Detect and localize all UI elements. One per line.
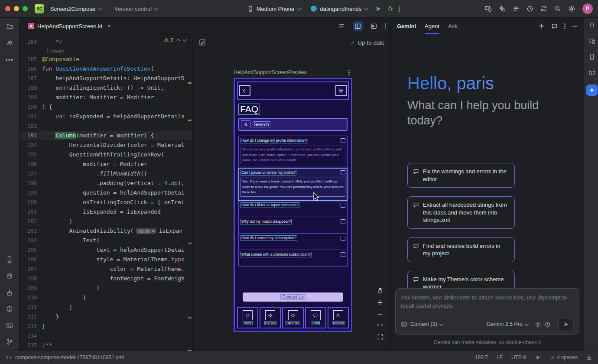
scrollbar-warning-mark[interactable] xyxy=(188,120,192,121)
suggestion-card[interactable]: Make my Theme's color scheme warmer xyxy=(407,271,515,288)
debug-button[interactable] xyxy=(387,6,393,12)
line-number[interactable]: 201 xyxy=(20,207,42,217)
line-number[interactable]: 186 xyxy=(20,64,42,74)
design-view-button[interactable] xyxy=(369,21,379,31)
close-window-button[interactable] xyxy=(5,6,10,11)
more-run-options-button[interactable] xyxy=(399,6,400,12)
warnings-badge[interactable]: ⚠ 2 xyxy=(164,37,173,43)
code-line[interactable]: 215/** xyxy=(20,341,192,350)
next-issue-button[interactable] xyxy=(183,38,187,42)
problems-toolwindow-button[interactable] xyxy=(6,306,13,312)
code-line[interactable]: 190) { xyxy=(20,102,192,112)
code-line[interactable]: 202 ) xyxy=(20,217,192,226)
context-selector[interactable]: Context (2) xyxy=(410,321,443,327)
model-selector[interactable]: Gemini 2.5 Pro xyxy=(487,321,528,327)
device-mirroring-icon[interactable] xyxy=(484,5,492,12)
line-number[interactable]: 207 xyxy=(20,264,42,274)
editor-options-button[interactable] xyxy=(385,23,386,29)
line-number[interactable]: 188 xyxy=(20,83,42,93)
pan-hand-icon[interactable] xyxy=(377,287,384,294)
line-number[interactable]: 190 xyxy=(20,102,42,112)
close-tab-icon[interactable]: × xyxy=(107,23,110,29)
line-number[interactable]: 206 xyxy=(20,255,42,264)
tab-agent[interactable]: Agent xyxy=(425,18,439,34)
code-line[interactable]: 213} xyxy=(20,322,192,331)
line-number[interactable]: 212 xyxy=(20,312,42,322)
code-line[interactable]: 186fun QuestionAndAnswerInfoSection( xyxy=(20,64,192,74)
caret-position-widget[interactable]: 193:7 xyxy=(475,354,488,361)
split-view-button[interactable] xyxy=(353,21,363,31)
code-line[interactable]: 211 } xyxy=(20,302,192,312)
code-line[interactable]: 208 fontWeight = FontWeigh xyxy=(20,274,192,283)
code-line[interactable]: 185@Composable xyxy=(20,55,192,64)
code-line[interactable]: 196 modifier = Modifier xyxy=(20,159,192,169)
more-toolwindows-button[interactable]: ••• xyxy=(6,56,14,63)
previous-issue-button[interactable] xyxy=(176,39,181,43)
lock-icon[interactable] xyxy=(586,355,592,361)
version-control-toolwindow-button[interactable] xyxy=(6,338,13,345)
tab-ask[interactable]: Ask xyxy=(448,18,458,34)
device-explorer-toolwindow-button[interactable] xyxy=(588,38,595,45)
resource-manager-toolwindow-button[interactable] xyxy=(6,273,13,280)
vcs-selector[interactable]: Version control xyxy=(112,4,160,14)
code-line[interactable]: 194 HorizontalDivider(color = Material xyxy=(20,140,192,150)
line-number[interactable]: 194 xyxy=(20,140,42,150)
line-number[interactable]: 193 xyxy=(20,131,42,140)
code-line[interactable]: 205 text = helpAndSupportDetai xyxy=(20,245,192,255)
emulator-toolwindow-button[interactable] xyxy=(588,53,595,60)
run-button[interactable] xyxy=(375,6,382,12)
pull-requests-toolwindow-button[interactable] xyxy=(6,39,13,46)
line-number[interactable]: 213 xyxy=(20,322,42,331)
gemini-settings-icon[interactable] xyxy=(535,321,541,328)
zoom-out-button[interactable] xyxy=(377,311,383,317)
line-number[interactable]: 197 xyxy=(20,169,42,179)
code-line[interactable]: 201 isExpanded = isExpanded xyxy=(20,207,192,217)
code-line[interactable]: 189 modifier: Modifier = Modifier xyxy=(20,93,192,102)
line-number[interactable]: 204 xyxy=(20,236,42,245)
maximize-window-button[interactable] xyxy=(23,6,28,11)
line-number[interactable]: 195 xyxy=(20,150,42,159)
line-number[interactable]: 189 xyxy=(20,93,42,102)
search-icon[interactable] xyxy=(554,5,561,12)
code-line[interactable]: 192 xyxy=(20,121,192,131)
code-line[interactable]: 212 } xyxy=(20,312,192,322)
minimize-window-button[interactable] xyxy=(14,6,19,11)
todo-list-icon[interactable] xyxy=(513,5,520,12)
project-toolwindow-button[interactable] xyxy=(6,23,13,30)
line-number[interactable]: 208 xyxy=(20,274,42,283)
line-number[interactable]: 210 xyxy=(20,293,42,302)
line-number[interactable]: 192 xyxy=(20,121,42,131)
preview-options-button[interactable] xyxy=(348,70,350,75)
gemini-input-box[interactable]: Ask Gemini, use @filename to attach sour… xyxy=(395,288,579,335)
ai-actions-icon[interactable] xyxy=(499,5,506,12)
code-editor[interactable]: ⚠ 2 184 */1 Usage185@Composable186fun Qu… xyxy=(20,35,192,351)
code-line[interactable]: 191 val isExpanded = helpAndSupportDetai… xyxy=(20,112,192,121)
gradle-sync-icon[interactable] xyxy=(540,5,547,12)
editor-tab[interactable]: K HelpAndSupportScreen.kt × xyxy=(24,18,115,34)
line-number[interactable]: 191 xyxy=(20,112,42,121)
preview-phone-canvas[interactable]: FAQ Search How do I change my profile in… xyxy=(234,78,352,332)
attach-icon[interactable] xyxy=(401,321,407,328)
code-line[interactable]: 198 .padding(vertical = 4.dp), xyxy=(20,179,192,188)
code-line[interactable]: 209 ) xyxy=(20,283,192,293)
code-line[interactable]: 204 Text( xyxy=(20,236,192,245)
settings-icon[interactable] xyxy=(568,5,575,13)
app-inspection-toolwindow-button[interactable] xyxy=(6,289,13,296)
zoom-to-fit-button[interactable] xyxy=(377,334,384,340)
scrollbar-mark[interactable] xyxy=(188,243,192,244)
new-chat-button[interactable] xyxy=(539,23,545,29)
code-inlay-row[interactable]: 1 Usage xyxy=(20,47,192,55)
ui-check-icon[interactable] xyxy=(199,39,206,46)
code-line[interactable]: 197 .fillMaxWidth() xyxy=(20,169,192,179)
line-number[interactable]: 199 xyxy=(20,188,42,198)
prompt-history-icon[interactable] xyxy=(544,321,551,328)
code-line[interactable]: 210 ) xyxy=(20,293,192,302)
gemini-options-button[interactable] xyxy=(564,23,566,29)
suggestion-card[interactable]: Fix the warnings and errors in the edito… xyxy=(407,163,515,188)
running-devices-toolwindow-button[interactable] xyxy=(6,256,13,263)
line-number[interactable]: 200 xyxy=(20,198,42,207)
line-number[interactable]: 215 xyxy=(20,341,42,350)
scrollbar-warning-mark[interactable] xyxy=(188,82,192,84)
code-line[interactable]: 195 QuestionWithTrailingIconRow( xyxy=(20,150,192,159)
line-number[interactable]: 205 xyxy=(20,245,42,255)
